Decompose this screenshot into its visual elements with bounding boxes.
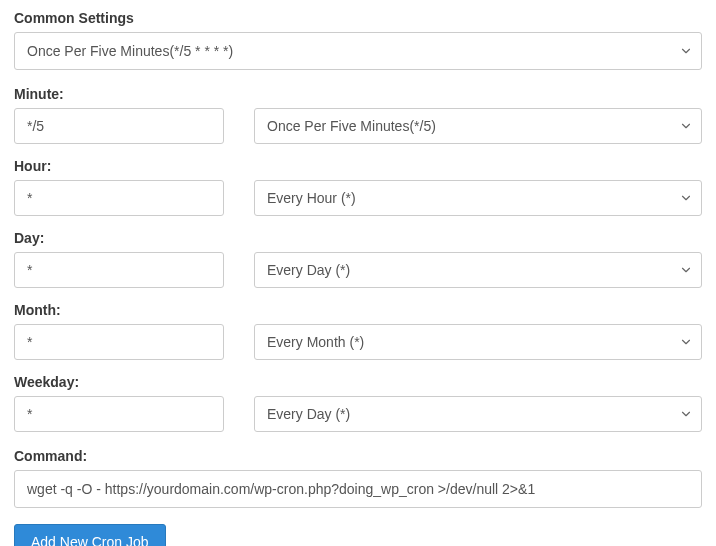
- minute-label: Minute:: [14, 86, 702, 102]
- minute-input[interactable]: [14, 108, 224, 144]
- minute-select[interactable]: Once Per Five Minutes(*/5): [254, 108, 702, 144]
- month-select[interactable]: Every Month (*): [254, 324, 702, 360]
- day-select[interactable]: Every Day (*): [254, 252, 702, 288]
- command-input[interactable]: [14, 470, 702, 508]
- weekday-label: Weekday:: [14, 374, 702, 390]
- hour-input[interactable]: [14, 180, 224, 216]
- hour-select[interactable]: Every Hour (*): [254, 180, 702, 216]
- month-input[interactable]: [14, 324, 224, 360]
- weekday-input[interactable]: [14, 396, 224, 432]
- hour-label: Hour:: [14, 158, 702, 174]
- day-label: Day:: [14, 230, 702, 246]
- day-input[interactable]: [14, 252, 224, 288]
- command-label: Command:: [14, 448, 702, 464]
- add-new-cron-job-button[interactable]: Add New Cron Job: [14, 524, 166, 546]
- common-settings-label: Common Settings: [14, 10, 702, 26]
- month-label: Month:: [14, 302, 702, 318]
- common-settings-select[interactable]: Once Per Five Minutes(*/5 * * * *): [14, 32, 702, 70]
- weekday-select[interactable]: Every Day (*): [254, 396, 702, 432]
